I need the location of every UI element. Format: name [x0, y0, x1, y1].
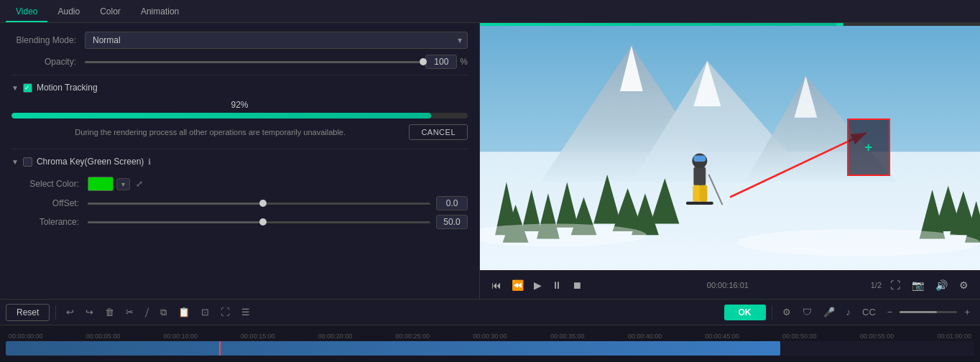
tolerance-slider-fill — [88, 221, 259, 223]
toolbar-sep-2 — [772, 305, 772, 320]
cancel-button[interactable]: CANCEL — [409, 124, 468, 140]
bottom-toolbar: Reset ↩ ↪ 🗑 ✂ ⧸ ⧉ 📋 ⊡ ⛶ ☰ OK ⚙ 🛡 🎤 ♪ CC … — [0, 300, 980, 325]
tolerance-slider[interactable] — [88, 221, 430, 223]
tab-audio[interactable]: Audio — [47, 2, 90, 22]
undo-btn[interactable]: ↩ — [62, 304, 78, 320]
cut-btn[interactable]: ✂ — [121, 304, 138, 320]
opacity-value[interactable]: 100 — [425, 55, 457, 69]
color-swatch[interactable] — [88, 177, 114, 191]
time-35: 00:00:35:00 — [550, 333, 585, 340]
screenshot-btn[interactable]: 📷 — [909, 277, 927, 294]
zoom-out-btn[interactable]: − — [883, 304, 897, 320]
timeline-ruler: 00:00:00:00 00:00:05:00 00:00:10:00 00:0… — [6, 333, 974, 340]
blending-mode-row: Blending Mode: Normal Multiply Screen Ov… — [0, 29, 479, 52]
opacity-unit: % — [460, 57, 468, 67]
timeline-inner: 00:00:00:00 00:00:05:00 00:00:10:00 00:0… — [6, 333, 974, 356]
select-color-row: Select Color: ▾ ⤢ — [22, 174, 468, 194]
svg-point-23 — [738, 229, 980, 256]
info-icon[interactable]: ℹ — [148, 157, 151, 167]
split-btn[interactable]: ⧸ — [141, 304, 153, 321]
caption-btn[interactable]: CC — [858, 304, 880, 320]
volume-btn[interactable]: 🔊 — [933, 277, 951, 294]
shield-btn[interactable]: 🛡 — [798, 304, 816, 320]
color-dropdown-btn[interactable]: ▾ — [116, 178, 130, 190]
track-container — [6, 341, 974, 356]
delete-btn[interactable]: 🗑 — [101, 304, 119, 320]
select-color-label: Select Color: — [22, 179, 79, 189]
settings-btn[interactable]: ⚙ — [956, 277, 971, 294]
chroma-key-header[interactable]: ▼ Chroma Key(Green Screen) ℹ — [0, 152, 479, 171]
opacity-slider[interactable] — [85, 61, 420, 63]
speed-ctrl-btn[interactable]: ⚙ — [778, 304, 795, 320]
tab-animation[interactable]: Animation — [131, 2, 189, 22]
offset-label: OffSet: — [22, 198, 79, 208]
opacity-slider-thumb — [420, 58, 427, 65]
skip-back-button[interactable]: ⏮ — [489, 277, 504, 294]
reset-button[interactable]: Reset — [6, 304, 50, 321]
time-45: 00:00:45:00 — [705, 333, 739, 340]
timeline-clip — [6, 341, 780, 356]
tab-video[interactable]: Video — [6, 2, 47, 22]
chroma-key-title: Chroma Key(Green Screen) — [37, 157, 144, 167]
progress-bar-container — [11, 113, 468, 119]
paste-btn[interactable]: 📋 — [174, 304, 194, 320]
video-controls: ⏮ ⏪ ▶ ⏸ ⏹ 00:00:16:01 1/2 ⛶ 📷 🔊 ⚙ — [480, 270, 980, 299]
svg-rect-28 — [700, 185, 708, 202]
opacity-slider-fill — [85, 61, 420, 63]
chroma-key-checkbox[interactable] — [23, 157, 32, 167]
offset-slider[interactable] — [88, 203, 430, 205]
tolerance-row: Tolerance: 50.0 — [22, 213, 468, 231]
blending-mode-select[interactable]: Normal Multiply Screen Overlay — [85, 32, 468, 49]
pause-button[interactable]: ⏸ — [549, 277, 565, 294]
motion-tracking-arrow-icon: ▼ — [11, 84, 19, 92]
time-40: 00:00:40:00 — [628, 333, 662, 340]
tolerance-label: Tolerance: — [22, 217, 79, 227]
copy-btn[interactable]: ⧉ — [156, 304, 171, 321]
video-area: + — [480, 26, 980, 270]
playhead[interactable] — [219, 341, 221, 356]
opacity-row: Opacity: 100 % — [0, 52, 479, 72]
offset-slider-fill — [88, 203, 259, 205]
progress-message: During the rendering process all other o… — [11, 128, 409, 136]
time-20: 00:00:20:00 — [318, 333, 353, 340]
progress-percentage: 92% — [11, 100, 468, 110]
time-30: 00:00:30:00 — [473, 333, 507, 340]
zoom-slider[interactable] — [900, 311, 957, 313]
svg-rect-26 — [693, 156, 706, 162]
ok-button[interactable]: OK — [724, 305, 766, 320]
tracking-overlay: + — [847, 119, 890, 176]
check-icon: ✓ — [24, 85, 30, 91]
expand-icon[interactable]: ⤢ — [136, 179, 143, 189]
motion-tracking-checkbox[interactable]: ✓ — [23, 83, 32, 93]
playback-buttons: ⏮ ⏪ ▶ ⏸ ⏹ — [489, 277, 585, 294]
time-5: 00:00:05:00 — [86, 333, 121, 340]
align-btn[interactable]: ☰ — [237, 304, 254, 320]
divider-2 — [11, 149, 468, 149]
redo-btn[interactable]: ↪ — [81, 304, 98, 320]
tracking-box: + — [847, 119, 890, 176]
time-0: 00:00:00:00 — [9, 333, 43, 340]
tracking-plus-icon: + — [864, 140, 872, 155]
timeline-track[interactable] — [6, 341, 974, 356]
time-60: 00:01:00:00 — [937, 333, 971, 340]
time-display: 00:00:16:01 — [707, 281, 749, 289]
zoom-in-btn[interactable]: + — [960, 304, 974, 320]
toolbar-sep-1 — [55, 305, 56, 320]
motion-tracking-body: 92% During the rendering process all oth… — [0, 97, 479, 146]
stop-button[interactable]: ⏹ — [569, 277, 585, 294]
tolerance-slider-thumb — [259, 218, 267, 226]
offset-value[interactable]: 0.0 — [436, 196, 468, 210]
crop-btn[interactable]: ⊡ — [197, 304, 213, 320]
tolerance-value[interactable]: 50.0 — [436, 215, 468, 229]
opacity-label: Opacity: — [11, 57, 76, 67]
play-button[interactable]: ▶ — [531, 277, 545, 294]
fullscreen-btn[interactable]: ⛶ — [887, 277, 903, 294]
svg-rect-29 — [686, 202, 713, 205]
music-btn[interactable]: ♪ — [842, 304, 856, 320]
step-back-button[interactable]: ⏪ — [509, 277, 527, 294]
mic-btn[interactable]: 🎤 — [819, 304, 839, 320]
tab-color[interactable]: Color — [90, 2, 131, 22]
right-panel: + ⏮ ⏪ ▶ ⏸ ⏹ 00:00:16:01 1/2 ⛶ 📷 🔊 — [480, 23, 980, 299]
transform-btn[interactable]: ⛶ — [216, 304, 234, 320]
motion-tracking-header[interactable]: ▼ ✓ Motion Tracking — [0, 78, 479, 97]
